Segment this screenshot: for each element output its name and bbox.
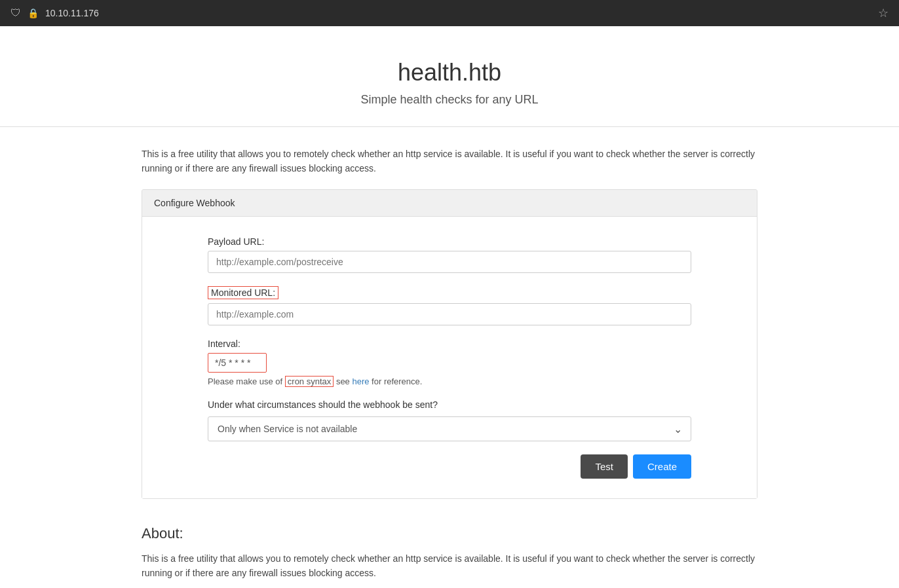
main-content: This is a free utility that allows you t… xyxy=(122,147,777,588)
payload-url-label: Payload URL: xyxy=(208,236,691,247)
here-link[interactable]: here xyxy=(352,377,369,386)
interval-row: */5 * * * * xyxy=(208,353,691,373)
interval-group: Interval: */5 * * * * Please make use of… xyxy=(208,339,691,386)
about-section: About: This is a free utility that allow… xyxy=(142,519,757,581)
help-suffix: for reference. xyxy=(370,377,423,386)
test-button[interactable]: Test xyxy=(581,454,628,479)
page: health.htb Simple health checks for any … xyxy=(0,26,899,588)
help-middle: see xyxy=(334,377,352,386)
circumstances-label: Under what circumstances should the webh… xyxy=(208,399,691,410)
monitored-url-group: Monitored URL: xyxy=(208,286,691,325)
configure-section: Configure Webhook Payload URL: Monitored… xyxy=(142,189,757,499)
interval-value: */5 * * * * xyxy=(208,353,267,373)
star-icon[interactable]: ☆ xyxy=(878,6,889,20)
interval-label: Interval: xyxy=(208,339,691,349)
circumstances-select[interactable]: Only when Service is not available Alway… xyxy=(208,416,691,441)
create-button[interactable]: Create xyxy=(633,454,691,479)
page-title: health.htb xyxy=(0,59,899,86)
circumstances-select-wrapper: Only when Service is not available Alway… xyxy=(208,416,691,441)
button-row: Test Create xyxy=(208,454,691,479)
url-bar[interactable]: 10.10.11.176 xyxy=(45,8,99,18)
form-area: Payload URL: Monitored URL: Interval: */… xyxy=(142,217,757,498)
about-heading: About: xyxy=(142,525,757,542)
shield-icon: 🛡 xyxy=(10,7,21,19)
payload-url-group: Payload URL: xyxy=(208,236,691,273)
page-header: health.htb Simple health checks for any … xyxy=(0,26,899,127)
interval-help-text: Please make use of cron syntax see here … xyxy=(208,377,691,386)
page-subtitle: Simple health checks for any URL xyxy=(0,93,899,107)
intro-description: This is a free utility that allows you t… xyxy=(142,147,757,176)
help-prefix: Please make use of xyxy=(208,377,285,386)
payload-url-input[interactable] xyxy=(208,251,691,273)
configure-header: Configure Webhook xyxy=(142,190,757,217)
monitored-url-label: Monitored URL: xyxy=(208,286,278,299)
lock-icon: 🔒 xyxy=(28,8,39,18)
about-text: This is a free utility that allows you t… xyxy=(142,551,757,581)
cron-syntax-label: cron syntax xyxy=(285,376,334,387)
circumstances-group: Under what circumstances should the webh… xyxy=(208,399,691,441)
browser-chrome: 🛡 🔒 10.10.11.176 ☆ xyxy=(0,0,899,26)
monitored-url-input[interactable] xyxy=(208,303,691,325)
